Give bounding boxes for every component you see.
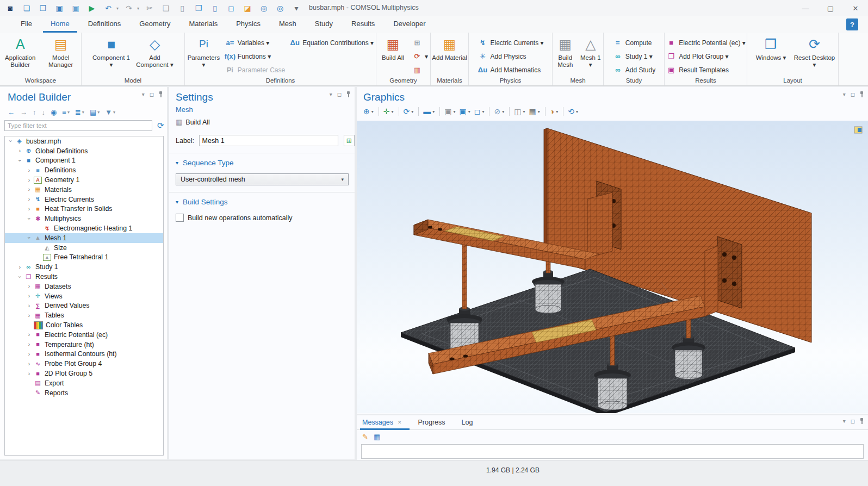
tree-item-free-tetrahedral-1[interactable]: ›▲Free Tetrahedral 1 <box>5 253 163 263</box>
new-file-icon[interactable]: ❏ <box>21 2 33 14</box>
tree-item-probe-plot-group-4[interactable]: ›∿Probe Plot Group 4 <box>5 359 163 369</box>
scene-color-icon[interactable]: ◑▾ <box>550 107 558 116</box>
windows-button[interactable]: ❐Windows ▾ <box>751 35 792 61</box>
model-manager-button[interactable]: ▤Model Manager <box>42 35 80 68</box>
tree-item-study-1[interactable]: ›∞Study 1 <box>5 262 163 272</box>
select-pointer-icon[interactable]: ◻▾ <box>474 107 485 116</box>
collapse-all-icon[interactable]: ≡▾ <box>62 108 70 116</box>
zoom-icon[interactable]: ⊕▾ <box>363 107 374 116</box>
tree-item-datasets[interactable]: ›▦Datasets <box>5 282 163 291</box>
application-builder-button[interactable]: AApplication Builder <box>1 35 40 68</box>
bottom-tab-log[interactable]: Log <box>462 415 473 429</box>
tree-item-busbar-mph[interactable]: ›◈busbar.mph <box>5 136 163 146</box>
scene-icon[interactable]: ▬▾ <box>423 107 435 116</box>
build-mesh-button[interactable]: ▦Build Mesh <box>554 35 577 68</box>
result-templates-button[interactable]: ▣Result Templates <box>666 63 746 77</box>
delete-icon[interactable]: ▯ <box>209 2 221 14</box>
select-window-icon[interactable]: ▣▾ <box>444 107 455 116</box>
chevron-collapsed-icon[interactable]: › <box>26 341 33 347</box>
tree-item-electric-currents[interactable]: ›↯Electric Currents <box>5 195 163 204</box>
undo-caret-icon[interactable]: ▾ <box>116 6 119 11</box>
chevron-collapsed-icon[interactable]: › <box>26 371 33 377</box>
rotate-icon[interactable]: ⟳▾ <box>404 107 414 116</box>
sequence-type-dropdown[interactable]: User-controlled mesh ▾ <box>176 173 349 185</box>
chevron-expanded-icon[interactable]: › <box>17 273 23 281</box>
chevron-expanded-icon[interactable]: › <box>26 215 32 222</box>
find-icon[interactable]: ◎ <box>274 2 286 14</box>
select-box-icon[interactable]: ◻ <box>225 2 237 14</box>
parameters-button[interactable]: PiParameters ▾ <box>186 35 221 68</box>
show-icon[interactable]: ◉ <box>51 108 57 116</box>
tree-item-electric-potential-ec-[interactable]: ›■Electric Potential (ec) <box>5 330 163 340</box>
collapse-panel-icon[interactable]: ▾ <box>330 91 332 97</box>
menu-tab-results[interactable]: Results <box>344 16 382 33</box>
plot-while-solving-icon[interactable] <box>854 126 863 134</box>
chevron-collapsed-icon[interactable]: › <box>26 332 33 338</box>
select-box-icon[interactable]: ▣▾ <box>460 107 470 116</box>
tree-item-reports[interactable]: ›✎Reports <box>5 388 163 398</box>
build-all-button[interactable]: ▦ Build All <box>176 118 355 126</box>
tree-item-temperature-ht-[interactable]: ›■Temperature (ht) <box>5 340 163 350</box>
add-plot-group-button[interactable]: ❐Add Plot Group ▾ <box>666 49 746 63</box>
chevron-collapsed-icon[interactable]: › <box>26 293 33 299</box>
transparency-icon[interactable]: ◫▾ <box>514 107 525 116</box>
zoom-to-selection-icon[interactable]: ◎ <box>258 2 270 14</box>
help-button[interactable]: ? <box>846 18 858 30</box>
tree-filter-input[interactable] <box>4 120 152 131</box>
rebuild-geometry-button[interactable]: ⟳▾ <box>412 49 428 63</box>
equation-contributions-button[interactable]: ΔuEquation Contributions ▾ <box>289 36 374 49</box>
electric-potential-button[interactable]: ■Electric Potential (ec) ▾ <box>666 36 746 49</box>
add-physics-button[interactable]: ✳Add Physics <box>477 49 543 63</box>
open-file-icon[interactable]: ❐ <box>37 2 49 14</box>
chevron-expanded-icon[interactable]: › <box>26 234 32 241</box>
chevron-collapsed-icon[interactable]: › <box>26 206 33 212</box>
update-icon[interactable]: ⟲▾ <box>568 107 578 116</box>
move-down-icon[interactable]: ↓ <box>42 108 46 116</box>
mesh-label-input[interactable] <box>199 135 338 146</box>
sequence-type-section-header[interactable]: ▾ Sequence Type <box>176 159 355 167</box>
tree-item-electromagnetic-heating-1[interactable]: ›↯Electromagnetic Heating 1 <box>5 223 163 233</box>
float-panel-icon[interactable]: ◻ <box>851 418 855 424</box>
build-automatically-checkbox[interactable] <box>176 214 184 222</box>
chevron-collapsed-icon[interactable]: › <box>26 351 33 357</box>
menu-tab-materials[interactable]: Materials <box>181 16 225 33</box>
go-to-view-icon[interactable]: ✛▾ <box>383 107 394 116</box>
menu-tab-home[interactable]: Home <box>43 16 77 33</box>
chevron-collapsed-icon[interactable]: › <box>26 283 33 289</box>
mesh-1-button[interactable]: △Mesh 1 ▾ <box>579 35 603 68</box>
collapse-panel-icon[interactable]: ▾ <box>142 91 145 97</box>
clear-messages-icon[interactable]: ✎ <box>362 433 368 441</box>
hide-icon[interactable]: ⊘▾ <box>494 107 504 116</box>
cut-icon[interactable]: ✂ <box>144 2 156 14</box>
copy-icon[interactable]: ❑ <box>160 2 172 14</box>
build-settings-section-header[interactable]: ▾ Build Settings <box>176 198 355 206</box>
move-up-icon[interactable]: ↑ <box>33 108 36 116</box>
comsol-logo-icon[interactable]: ◙ <box>4 2 16 14</box>
more-icon[interactable]: ▾ <box>290 2 302 14</box>
model-tree-nodes-icon[interactable]: ▤▾ <box>90 108 100 116</box>
chevron-collapsed-icon[interactable]: › <box>16 148 23 154</box>
functions-button[interactable]: f(x)Functions ▾ <box>225 49 285 63</box>
tree-item-tables[interactable]: ›▦Tables <box>5 310 163 320</box>
tree-item-definitions[interactable]: ›≡Definitions <box>5 165 163 175</box>
chevron-collapsed-icon[interactable]: › <box>26 303 33 309</box>
save-icon[interactable]: ▣ <box>53 2 65 14</box>
menu-tab-geometry[interactable]: Geometry <box>132 16 178 33</box>
collapse-panel-icon[interactable]: ▾ <box>843 91 846 97</box>
pin-panel-icon[interactable] <box>159 91 163 97</box>
undo-icon[interactable]: ↶ <box>102 2 114 14</box>
add-material-button[interactable]: ▦Add Material <box>432 35 467 61</box>
component-1-button[interactable]: ■Component 1 ▾ <box>91 35 132 68</box>
go-back-icon[interactable]: ← <box>8 108 15 116</box>
chevron-collapsed-icon[interactable]: › <box>26 177 33 183</box>
tree-item-color-tables[interactable]: ›Color Tables <box>5 320 163 330</box>
duplicate-icon[interactable]: ❒ <box>193 2 204 14</box>
add-study-button[interactable]: ∞Add Study <box>612 63 655 77</box>
go-forward-icon[interactable]: → <box>20 108 27 116</box>
tree-item-results[interactable]: ›❐Results <box>5 272 163 282</box>
refresh-icon[interactable]: ⟳ <box>157 121 164 130</box>
graphics-canvas[interactable] <box>357 121 868 413</box>
study-1-button[interactable]: ∞Study 1 ▾ <box>612 49 655 63</box>
collapse-panel-icon[interactable]: ▾ <box>843 418 846 424</box>
create-parameter-icon[interactable]: ⊞ <box>344 135 355 146</box>
